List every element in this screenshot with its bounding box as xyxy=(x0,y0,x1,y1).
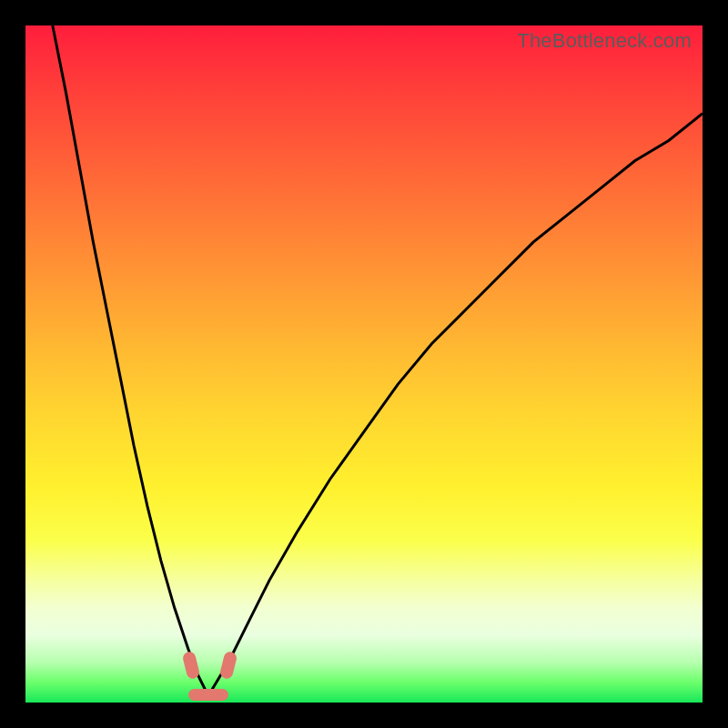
chart-frame: TheBottleneck.com xyxy=(0,0,728,728)
curve-layer xyxy=(25,25,703,703)
left-curve-path xyxy=(53,25,208,696)
marker-valley-flat xyxy=(188,689,228,701)
right-curve-path xyxy=(208,114,703,696)
plot-area: TheBottleneck.com xyxy=(25,25,703,703)
